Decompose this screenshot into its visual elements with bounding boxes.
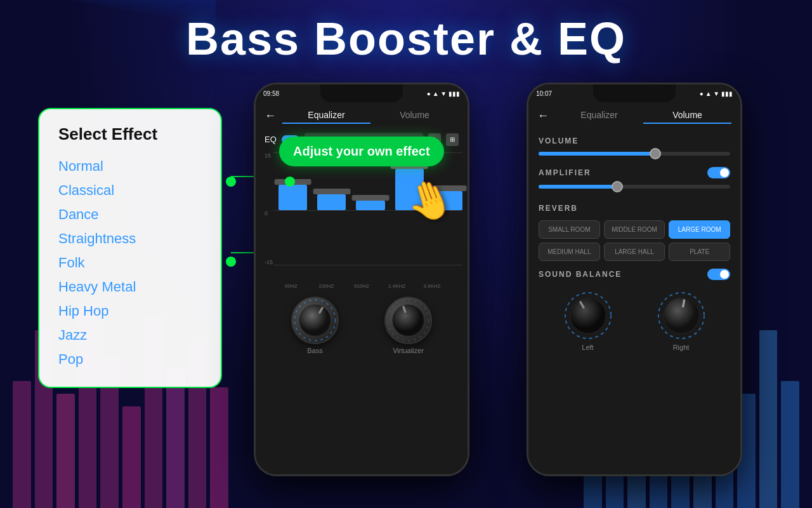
phone2-notch [593, 84, 676, 102]
phone2-tabs: Equalizer Volume [555, 107, 731, 124]
tooltip-text: Adjust your own effect [293, 144, 430, 158]
balance-knobs: Left Righ [528, 284, 740, 351]
reverb-large-hall[interactable]: LARGE HALL [604, 243, 665, 261]
reverb-plate[interactable]: PLATE [669, 243, 730, 261]
phone2-tab-volume[interactable]: Volume [643, 107, 731, 124]
amplifier-slider-fill [539, 185, 615, 189]
reverb-small-room[interactable]: SMALL ROOM [539, 220, 600, 239]
phone2: 10:07 ● ▲ ▼ ▮▮▮ ← Equalizer Volume VOLUM… [527, 83, 742, 476]
effect-item-normal[interactable]: Normal [58, 154, 202, 178]
freq-14khz: 1.4KHZ [384, 283, 410, 289]
effect-panel: Select Effect Normal Classical Dance Str… [38, 108, 222, 388]
eq-bar-3 [356, 155, 384, 265]
phone2-back-arrow[interactable]: ← [537, 109, 549, 123]
effect-item-dance[interactable]: Dance [58, 203, 202, 227]
effect-item-jazz[interactable]: Jazz [58, 323, 202, 347]
effect-item-folk[interactable]: Folk [58, 251, 202, 275]
bass-knob-svg [292, 298, 337, 343]
eq-bar-3-fill [356, 201, 384, 210]
connector-dot-1 [226, 177, 236, 187]
freq-230hz: 230HZ [314, 283, 339, 289]
svg-point-9 [570, 298, 606, 333]
amplifier-section-header: AMPLIFIER [539, 168, 591, 177]
amplifier-slider-container [528, 182, 740, 196]
amplifier-slider-thumb[interactable] [612, 181, 623, 192]
page-title: Bass Booster & EQ [0, 13, 812, 65]
right-knob[interactable] [656, 290, 707, 341]
phone2-screen: 10:07 ● ▲ ▼ ▮▮▮ ← Equalizer Volume VOLUM… [528, 84, 740, 474]
phone1-icons: ● ▲ ▼ ▮▮▮ [427, 90, 460, 97]
bass-label: Bass [307, 347, 322, 354]
phone1-notch [320, 84, 403, 102]
svg-point-12 [664, 298, 699, 333]
svg-point-3 [299, 305, 331, 336]
bass-knob-container: Bass [291, 297, 339, 354]
virtualizer-label: Virtualizer [393, 347, 424, 354]
effect-item-heavy-metal[interactable]: Heavy Metal [58, 275, 202, 299]
phone1-time: 09:58 [263, 90, 279, 97]
eq-bar-2-fill [317, 194, 346, 210]
eq-bar-1-fill [278, 185, 307, 210]
right-knob-svg [656, 290, 707, 341]
volume-section-header: VOLUME [528, 129, 740, 149]
left-label: Left [582, 344, 593, 351]
right-label: Right [673, 344, 690, 351]
freq-labels: 60HZ 230HZ 910HZ 1.4KHZ 3.6KHZ [256, 283, 468, 291]
reverb-buttons: SMALL ROOM MIDDLE ROOM LARGE ROOM MEDIUM… [528, 217, 740, 265]
effect-item-pop[interactable]: Pop [58, 347, 202, 371]
reverb-large-room[interactable]: LARGE ROOM [669, 220, 730, 239]
reverb-medium-hall[interactable]: MEDIUM HALL [539, 243, 600, 261]
bass-knob[interactable] [291, 297, 339, 344]
freq-36khz: 3.6KHZ [419, 283, 445, 289]
phone2-time: 10:07 [536, 90, 552, 97]
eq-label: EQ [265, 135, 277, 144]
connector-dot-3 [285, 177, 295, 187]
left-knob-container: Left [563, 290, 613, 351]
amplifier-toggle[interactable] [707, 167, 730, 178]
sound-balance-header: SOUND BALANCE [539, 270, 622, 279]
right-knob-container: Right [656, 290, 707, 351]
virtualizer-knob-svg [386, 298, 431, 343]
reverb-section-header: REVERB [528, 196, 740, 217]
eq-y-label-mid: 0 [265, 210, 268, 217]
reverb-middle-room[interactable]: MIDDLE ROOM [604, 220, 665, 239]
phone1-back-arrow[interactable]: ← [265, 109, 276, 123]
phone2-tab-equalizer[interactable]: Equalizer [555, 107, 643, 124]
eq-bar-2-handle[interactable] [313, 189, 350, 194]
effect-item-hip-hop[interactable]: Hip Hop [58, 299, 202, 323]
freq-910hz: 910HZ [349, 283, 374, 289]
eq-save-icon[interactable]: ⊞ [446, 133, 459, 146]
freq-60hz: 60HZ [278, 283, 304, 289]
sound-balance-row: SOUND BALANCE [528, 265, 740, 284]
svg-point-6 [393, 305, 424, 336]
effect-item-classical[interactable]: Classical [58, 178, 202, 203]
amplifier-slider-track[interactable] [539, 185, 730, 189]
phone2-icons: ● ▲ ▼ ▮▮▮ [700, 90, 733, 97]
left-knob-svg [563, 290, 613, 341]
tooltip-bubble: Adjust your own effect [279, 137, 444, 166]
effect-panel-title: Select Effect [58, 124, 202, 144]
eq-bar-1 [278, 155, 307, 265]
phone2-header: ← Equalizer Volume [528, 102, 740, 129]
virtualizer-knob-container: Virtualizer [384, 297, 432, 354]
effect-item-straightness[interactable]: Straightness [58, 227, 202, 251]
virtualizer-knob[interactable] [384, 297, 432, 344]
phone1-header: ← Equalizer Volume [256, 102, 468, 129]
knobs-area: Bass Virt [256, 291, 468, 354]
volume-slider-track[interactable] [539, 152, 730, 156]
sound-balance-toggle[interactable] [707, 269, 730, 280]
volume-slider-container [528, 149, 740, 163]
eq-y-label-top: 15 [265, 152, 271, 159]
phone1-tab-equalizer[interactable]: Equalizer [282, 107, 370, 124]
left-knob[interactable] [563, 290, 613, 341]
connector-dot-2 [226, 257, 236, 267]
amplifier-row: AMPLIFIER [528, 163, 740, 182]
eq-bar-2 [317, 155, 346, 265]
eq-y-label-bot: -15 [265, 259, 273, 265]
phone1-tab-volume[interactable]: Volume [370, 107, 459, 124]
volume-slider-fill [539, 152, 653, 156]
phone1-tabs: Equalizer Volume [282, 107, 459, 124]
eq-bar-3-handle[interactable] [352, 195, 390, 201]
volume-slider-thumb[interactable] [650, 148, 661, 159]
effect-list: Normal Classical Dance Straightness Folk… [58, 154, 202, 371]
